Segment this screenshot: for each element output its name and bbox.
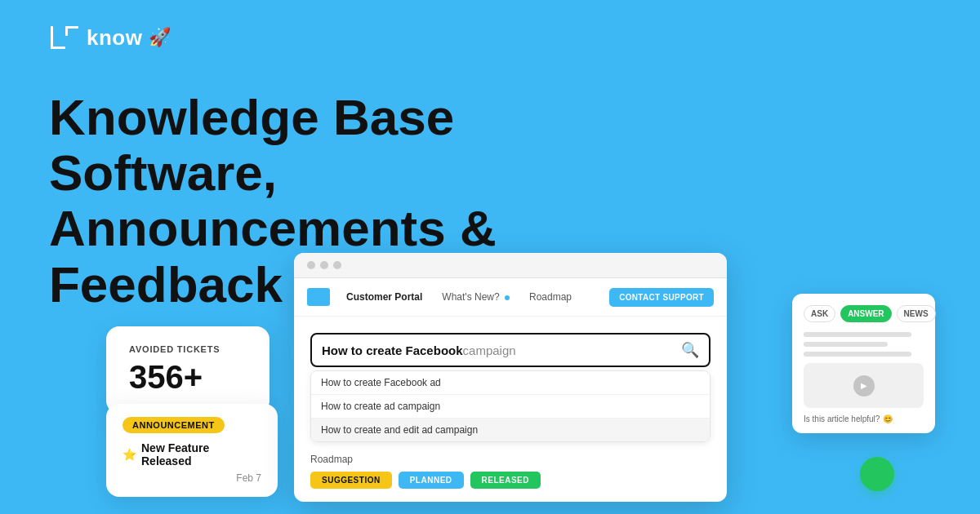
article-video[interactable]: ▶: [804, 363, 924, 408]
green-circle-button[interactable]: [860, 457, 894, 491]
announcement-card: ANNOUNCEMENT ⭐ New Feature Released Feb …: [106, 404, 278, 497]
hero-line1: Knowledge Base Software,: [49, 90, 604, 201]
tickets-card: AVOIDED TICKETS 356+: [106, 326, 270, 414]
browser-dot-2: [320, 261, 328, 269]
search-text-query: campaign: [463, 343, 516, 357]
tickets-value: 356+: [129, 359, 247, 396]
nav-cta-button[interactable]: CONTACT SUPPORT: [609, 288, 714, 307]
browser-body: How to create Facebook campaign 🔍 How to…: [294, 317, 727, 502]
search-dropdown: How to create Facebook ad How to create …: [310, 370, 710, 442]
logo-icon: [49, 24, 80, 51]
announcement-feature-text: New Feature Released: [141, 441, 261, 467]
tab-news[interactable]: NEWS: [897, 305, 936, 322]
nav-dot-indicator: [505, 295, 510, 300]
roadmap-label: Roadmap: [310, 454, 710, 465]
browser-dot-3: [333, 261, 341, 269]
article-helpful: Is this article helpful? 😊: [804, 414, 924, 423]
badge-suggestion[interactable]: SUGGESTION: [310, 472, 392, 489]
search-box[interactable]: How to create Facebook campaign 🔍: [310, 333, 710, 367]
svg-rect-3: [65, 26, 78, 29]
search-result-2[interactable]: How to create ad campaign: [311, 395, 710, 419]
article-card: ASK ANSWER NEWS ▶ Is this article helpfu…: [792, 294, 935, 433]
badge-planned[interactable]: PLANNED: [399, 472, 464, 489]
search-result-3[interactable]: How to create and edit ad campaign: [311, 419, 710, 441]
tickets-label: AVOIDED TICKETS: [129, 344, 247, 354]
search-text-bold: How to create Facebook: [322, 343, 463, 357]
announcement-text: ⭐ New Feature Released: [122, 441, 261, 467]
tab-ask[interactable]: ASK: [804, 305, 835, 322]
announcement-date: Feb 7: [122, 472, 261, 484]
article-line-1: [804, 332, 911, 337]
article-line-3: [804, 352, 911, 357]
search-icon[interactable]: 🔍: [681, 341, 699, 359]
svg-rect-0: [51, 26, 53, 49]
tab-answer[interactable]: ANSWER: [840, 305, 891, 322]
logo-text: know: [87, 25, 142, 51]
browser-titlebar: [294, 253, 727, 278]
announcement-badge: ANNOUNCEMENT: [122, 417, 225, 433]
roadmap-badges: SUGGESTION PLANNED RELEASED: [310, 472, 710, 489]
logo-area: know 🚀: [49, 24, 171, 51]
search-result-1[interactable]: How to create Facebook ad: [311, 371, 710, 395]
nav-logo-box: [307, 288, 330, 306]
logo-emoji: 🚀: [149, 27, 171, 48]
article-line-2: [804, 342, 888, 347]
browser-window: Customer Portal What's New? Roadmap CONT…: [294, 253, 727, 502]
helpful-text: Is this article helpful?: [804, 414, 880, 423]
browser-nav: Customer Portal What's New? Roadmap CONT…: [294, 278, 727, 317]
nav-whatsnew[interactable]: What's New?: [432, 286, 519, 308]
nav-portal[interactable]: Customer Portal: [336, 286, 432, 308]
article-tabs: ASK ANSWER NEWS: [804, 305, 924, 322]
badge-released[interactable]: RELEASED: [470, 472, 541, 489]
helpful-emoji: 😊: [883, 414, 893, 423]
browser-dot-1: [307, 261, 315, 269]
nav-roadmap[interactable]: Roadmap: [519, 286, 581, 308]
svg-rect-1: [51, 47, 65, 49]
announcement-star: ⭐: [122, 448, 136, 461]
play-button[interactable]: ▶: [853, 375, 875, 397]
